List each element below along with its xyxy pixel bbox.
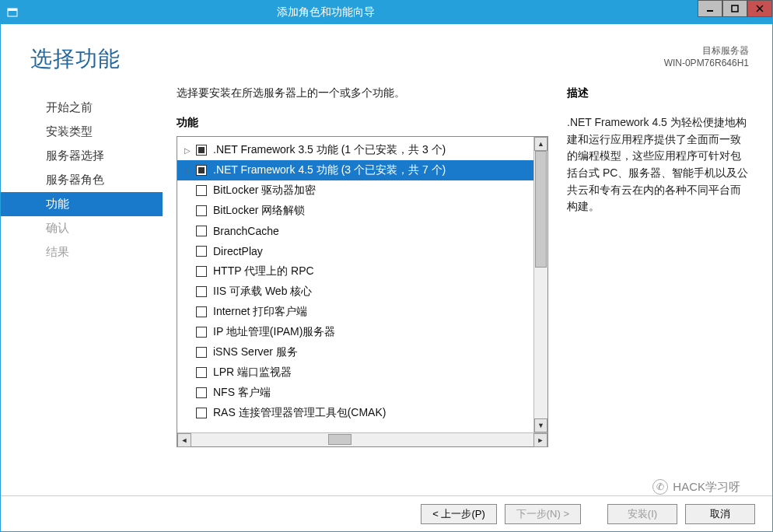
wechat-icon: ✆ [652,479,668,495]
svg-rect-3 [732,5,738,12]
scroll-up-button[interactable]: ▲ [534,137,547,151]
feature-label: DirectPlay [213,245,263,257]
feature-checkbox[interactable] [196,387,207,398]
feature-row[interactable]: RAS 连接管理器管理工具包(CMAK) [177,403,547,423]
nav-item-5: 确认 [1,216,163,240]
feature-checkbox[interactable] [196,246,207,257]
description-panel: 描述 .NET Framework 4.5 为轻松便捷地构建和运行应用程序提供了… [556,82,749,495]
feature-row[interactable]: DirectPlay [177,241,547,261]
window-controls [698,1,772,24]
expand-toggle-icon[interactable]: ▷ [182,146,193,155]
scroll-right-button[interactable]: ► [533,433,547,447]
features-listbox: ▷.NET Framework 3.5 功能 (1 个已安装，共 3 个)▷.N… [177,136,548,447]
feature-row[interactable]: IIS 可承载 Web 核心 [177,282,547,302]
nav-item-1[interactable]: 安装类型 [1,120,163,144]
destination-label: 目标服务器 [664,44,749,58]
scroll-left-button[interactable]: ◄ [177,433,191,447]
destination-server: WIN-0PM76R646H1 [664,58,749,68]
feature-label: BitLocker 驱动器加密 [213,184,316,198]
header-row: 选择功能 目标服务器 WIN-0PM76R646H1 [1,24,772,82]
feature-checkbox[interactable] [196,165,207,176]
feature-row[interactable]: LPR 端口监视器 [177,362,547,383]
minimize-button[interactable] [698,0,722,17]
horizontal-scrollbar[interactable]: ◄ ► [177,432,547,446]
feature-row[interactable]: BitLocker 驱动器加密 [177,180,547,201]
instruction-text: 选择要安装在所选服务器上的一个或多个功能。 [177,86,548,100]
nav-item-2[interactable]: 服务器选择 [1,144,163,168]
feature-row[interactable]: IP 地址管理(IPAM)服务器 [177,322,547,342]
description-heading: 描述 [567,86,749,100]
vertical-scrollbar[interactable]: ▲ ▼ [533,137,547,432]
body-row: 开始之前安装类型服务器选择服务器角色功能确认结果 选择要安装在所选服务器上的一个… [1,82,772,495]
maximize-button[interactable] [722,0,747,17]
feature-checkbox[interactable] [196,367,207,378]
feature-label: RAS 连接管理器管理工具包(CMAK) [213,406,386,420]
destination-info: 目标服务器 WIN-0PM76R646H1 [664,44,749,74]
feature-checkbox[interactable] [196,145,207,156]
watermark: ✆ HACK学习呀 [652,479,740,495]
features-heading: 功能 [177,116,548,130]
feature-label: IP 地址管理(IPAM)服务器 [213,325,335,339]
feature-label: BranchCache [213,225,279,237]
feature-row[interactable]: iSNS Server 服务 [177,342,547,362]
feature-checkbox[interactable] [196,408,207,418]
feature-row[interactable]: BitLocker 网络解锁 [177,201,547,221]
wizard-window: 添加角色和功能向导 选择功能 目标服务器 WIN-0PM76R646H1 开始之… [0,0,773,532]
nav-item-4[interactable]: 功能 [1,192,163,216]
feature-label: HTTP 代理上的 RPC [213,264,314,278]
feature-row[interactable]: ▷.NET Framework 3.5 功能 (1 个已安装，共 3 个) [177,140,547,160]
scroll-down-button[interactable]: ▼ [534,418,547,432]
feature-checkbox[interactable] [196,327,207,338]
feature-checkbox[interactable] [196,286,207,297]
previous-button[interactable]: < 上一步(P) [421,504,497,524]
feature-row[interactable]: BranchCache [177,221,547,241]
description-text: .NET Framework 4.5 为轻松便捷地构建和运行应用程序提供了全面而… [567,114,749,215]
install-button[interactable]: 安装(I) [607,504,677,524]
feature-label: BitLocker 网络解锁 [213,204,305,218]
feature-checkbox[interactable] [196,185,207,196]
hscroll-thumb[interactable] [328,434,352,445]
close-button[interactable] [747,0,772,17]
feature-row[interactable]: Internet 打印客户端 [177,302,547,322]
button-bar: < 上一步(P) 下一步(N) > 安装(I) 取消 [1,495,772,531]
watermark-text: HACK学习呀 [673,480,740,495]
features-list[interactable]: ▷.NET Framework 3.5 功能 (1 个已安装，共 3 个)▷.N… [177,137,547,432]
feature-row[interactable]: HTTP 代理上的 RPC [177,261,547,282]
page-title: 选择功能 [30,44,664,74]
feature-label: Internet 打印客户端 [213,305,307,319]
nav-item-6: 结果 [1,240,163,264]
feature-row[interactable]: ▷.NET Framework 4.5 功能 (3 个已安装，共 7 个) [177,160,547,180]
content-area: 选择功能 目标服务器 WIN-0PM76R646H1 开始之前安装类型服务器选择… [1,24,772,531]
cancel-button[interactable]: 取消 [685,504,755,524]
titlebar: 添加角色和功能向导 [1,1,772,24]
feature-label: IIS 可承载 Web 核心 [213,285,312,299]
feature-checkbox[interactable] [196,306,207,317]
feature-checkbox[interactable] [196,347,207,358]
nav-item-0[interactable]: 开始之前 [1,96,163,120]
feature-label: .NET Framework 3.5 功能 (1 个已安装，共 3 个) [213,143,446,157]
next-button[interactable]: 下一步(N) > [505,504,581,524]
feature-checkbox[interactable] [196,226,207,236]
feature-label: iSNS Server 服务 [213,345,298,359]
feature-checkbox[interactable] [196,205,207,216]
expand-toggle-icon[interactable]: ▷ [182,166,193,175]
feature-label: LPR 端口监视器 [213,366,292,380]
feature-row[interactable]: NFS 客户端 [177,383,547,403]
wizard-nav: 开始之前安装类型服务器选择服务器角色功能确认结果 [1,82,163,495]
nav-item-3[interactable]: 服务器角色 [1,168,163,192]
window-title: 添加角色和功能向导 [0,5,698,19]
vscroll-track[interactable] [534,151,547,418]
feature-checkbox[interactable] [196,266,207,277]
feature-label: .NET Framework 4.5 功能 (3 个已安装，共 7 个) [213,163,446,177]
feature-label: NFS 客户端 [213,386,271,400]
hscroll-track[interactable] [191,433,533,447]
vscroll-thumb[interactable] [535,151,547,268]
center-panel: 选择要安装在所选服务器上的一个或多个功能。 功能 ▷.NET Framework… [163,82,556,495]
